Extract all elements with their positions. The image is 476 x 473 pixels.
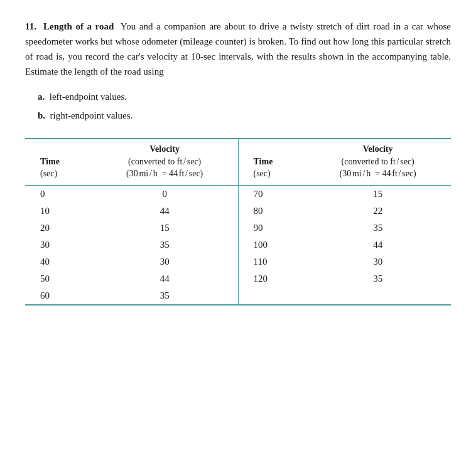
table-row: 90 35 [239,220,452,236]
left-time-cell-4: 40 [25,253,92,270]
left-header-row: Time (sec) Velocity (converted to ft / s… [25,139,238,181]
right-velocity-cell-5: 35 [305,270,451,287]
table-row: 40 30 [25,253,238,270]
sub-part-b-label: b. [38,110,45,120]
right-header-row: Time (sec) Velocity (converted to ft / s… [239,139,452,181]
left-velocity-cell-5: 44 [92,270,238,287]
left-time-cell-1: 10 [25,203,92,220]
right-time-header: Time (sec) [239,139,305,181]
left-velocity-cell-4: 30 [92,253,238,270]
table-section: Time (sec) Velocity (converted to ft / s… [25,138,451,306]
sub-part-b-text: right-endpoint values. [50,110,133,120]
table-row: 60 35 [25,287,238,304]
right-time-cell-0: 70 [239,185,305,203]
right-velocity-cell-2: 35 [305,220,451,236]
table-row: 10 44 [25,203,238,220]
left-velocity-cell-6: 35 [92,287,238,304]
table-row: 50 44 [25,270,238,287]
right-velocity-header: Velocity (converted to ft / sec) (30 mi … [305,139,451,181]
table-row: 20 15 [25,220,238,236]
table-row: 100 44 [239,236,452,253]
right-time-cell-3: 100 [239,236,305,253]
left-time-cell-3: 30 [25,236,92,253]
left-table-body: 0 0 10 44 20 15 30 35 40 30 50 44 60 35 [25,185,238,304]
left-velocity-cell-0: 0 [92,185,238,203]
table-left-half: Time (sec) Velocity (converted to ft / s… [25,139,239,304]
problem-section: 11. Length of a road You and a companion… [25,19,451,123]
right-velocity-cell-1: 22 [305,203,451,220]
right-velocity-cell-4: 30 [305,253,451,270]
left-time-cell-2: 20 [25,220,92,236]
sub-part-a: a. left-endpoint values. [38,89,451,104]
table-row: 110 30 [239,253,452,270]
right-time-cell-4: 110 [239,253,305,270]
table-row: 30 35 [25,236,238,253]
sub-part-a-text: left-endpoint values. [50,92,127,102]
right-table-body: 70 15 80 22 90 35 100 44 110 30 120 35 [239,185,452,287]
right-time-cell-2: 90 [239,220,305,236]
problem-title: Length of a road [43,21,114,31]
sub-part-a-label: a. [38,92,45,102]
right-velocity-cell-0: 15 [305,185,451,203]
left-time-cell-6: 60 [25,287,92,304]
problem-number: 11. [25,21,36,31]
problem-text: 11. Length of a road You and a companion… [25,19,451,79]
right-time-cell-5: 120 [239,270,305,287]
sub-part-b: b. right-endpoint values. [38,108,451,123]
left-time-header: Time (sec) [25,139,92,181]
table-row: 80 22 [239,203,452,220]
right-velocity-cell-3: 44 [305,236,451,253]
table-row: 70 15 [239,185,452,203]
left-time-cell-5: 50 [25,270,92,287]
table-row: 120 35 [239,270,452,287]
sub-parts: a. left-endpoint values. b. right-endpoi… [38,89,451,123]
table-row: 0 0 [25,185,238,203]
left-velocity-cell-2: 15 [92,220,238,236]
right-time-cell-1: 80 [239,203,305,220]
left-time-cell-0: 0 [25,185,92,203]
right-table: Time (sec) Velocity (converted to ft / s… [239,139,452,287]
left-table: Time (sec) Velocity (converted to ft / s… [25,139,238,304]
table-right-half: Time (sec) Velocity (converted to ft / s… [239,139,452,304]
left-velocity-cell-1: 44 [92,203,238,220]
left-velocity-header: Velocity (converted to ft / sec) (30 mi … [92,139,238,181]
left-velocity-cell-3: 35 [92,236,238,253]
table-wrapper: Time (sec) Velocity (converted to ft / s… [25,138,451,306]
